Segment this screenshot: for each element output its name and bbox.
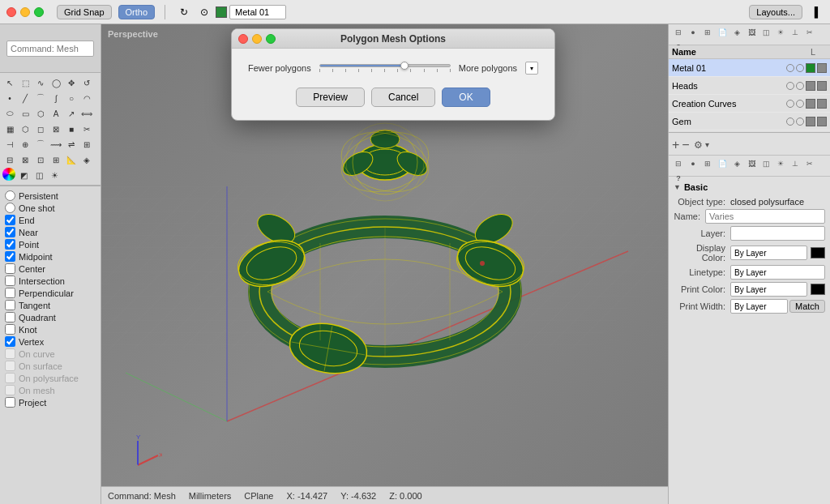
rotate-icon[interactable]: ↻ (175, 3, 193, 21)
close-traffic-light[interactable] (6, 7, 16, 17)
layer-material-box[interactable] (817, 63, 827, 73)
layer-row[interactable]: Gem (669, 113, 830, 130)
snap-perpendicular-check[interactable] (5, 288, 15, 298)
env-icon[interactable]: ◫ (759, 26, 772, 39)
solid-tool[interactable]: ■ (64, 122, 79, 136)
ellipse-tool[interactable]: ⬭ (2, 106, 17, 121)
point-tool[interactable]: • (2, 91, 17, 105)
array-tool[interactable]: ⊞ (79, 137, 94, 152)
notes-icon-2[interactable]: 📄 (716, 157, 729, 170)
chevron-down-icon[interactable]: ▾ (525, 62, 538, 75)
texture-icon[interactable]: 🖼 (745, 26, 758, 39)
snap-oneshot-radio[interactable] (5, 203, 15, 213)
print-color-select[interactable]: By Layer (730, 282, 807, 297)
grid-snap-button[interactable]: Grid Snap (57, 5, 112, 19)
mesh-tool[interactable]: ⊠ (49, 122, 63, 136)
offset-tool[interactable]: ⟿ (49, 137, 63, 152)
print-width-select[interactable]: By Layer (730, 299, 788, 314)
snap-project-check[interactable] (5, 397, 15, 408)
snap-midpoint-check[interactable] (5, 251, 15, 262)
mirror-tool[interactable]: ⇌ (64, 137, 79, 152)
snap-tangent-check[interactable] (5, 300, 15, 310)
sun-icon-2[interactable]: ☀ (774, 157, 787, 170)
snap-vertex-check[interactable] (5, 336, 15, 347)
text-tool[interactable]: A (49, 106, 63, 121)
environment-tool[interactable]: ◫ (32, 168, 46, 182)
sun-icon[interactable]: ☀ (774, 26, 787, 39)
gear-icon[interactable]: ⚙ (694, 139, 703, 151)
linetype-select-wrap[interactable]: By Layer (730, 265, 825, 280)
add-layer-button[interactable]: + (672, 138, 679, 152)
snap-quadrant-check[interactable] (5, 312, 15, 322)
layer-color-box[interactable] (806, 117, 815, 126)
line-tool[interactable]: ╱ (18, 91, 32, 105)
target-icon[interactable]: ⊙ (195, 3, 213, 21)
modal-close-light[interactable] (238, 34, 248, 44)
env-icon-2[interactable]: ◫ (759, 157, 772, 170)
clip-icon[interactable]: ✂ (803, 26, 816, 39)
print-color-select-wrap[interactable]: By Layer (730, 282, 825, 297)
layer-material-box[interactable] (817, 81, 827, 91)
layer-color-box[interactable] (806, 63, 815, 73)
match-button[interactable]: Match (789, 300, 825, 313)
layer-visibility-icon[interactable] (786, 64, 794, 72)
properties-icon[interactable]: ● (687, 26, 700, 39)
snap-knot-check[interactable] (5, 324, 15, 335)
render-props-icon[interactable]: ◈ (730, 26, 743, 39)
block-icon[interactable]: ⊞ (701, 26, 714, 39)
snap-persistent-radio[interactable] (5, 190, 15, 201)
layer-visibility-icon[interactable] (786, 82, 794, 90)
paint-select-tool[interactable]: ◯ (49, 75, 63, 90)
slider-track[interactable] (319, 64, 451, 67)
layer-select[interactable] (730, 226, 825, 241)
texture-icon-2[interactable]: 🖼 (745, 157, 758, 170)
layers-icon-2[interactable]: ⊟ (672, 157, 685, 170)
remove-layer-button[interactable]: − (682, 138, 689, 152)
light-tool[interactable]: ☀ (47, 168, 62, 182)
print-color-swatch[interactable] (811, 284, 825, 295)
material-tool[interactable]: ◩ (16, 168, 31, 182)
cancel-button[interactable]: Cancel (371, 88, 435, 107)
layer-color-box[interactable] (806, 81, 815, 91)
layer-lock-icon[interactable] (796, 82, 804, 90)
preview-button[interactable]: Preview (296, 88, 365, 107)
render-tool[interactable]: ◈ (79, 152, 94, 167)
snap-near-check[interactable] (5, 227, 15, 237)
layer-visibility-icon[interactable] (786, 117, 794, 126)
render-props-icon-2[interactable]: ◈ (730, 157, 743, 170)
ortho-button[interactable]: Ortho (118, 5, 156, 19)
print-width-select-wrap[interactable]: By Layer Match (730, 299, 825, 314)
snap-intersection-check[interactable] (5, 275, 15, 286)
ground-icon[interactable]: ⊥ (789, 26, 802, 39)
dim-tool[interactable]: ⟺ (79, 106, 94, 121)
layer-row[interactable]: Creation Curves (669, 95, 830, 113)
group-tool[interactable]: ⊠ (18, 152, 32, 167)
properties-icon-2[interactable]: ● (687, 157, 700, 170)
layer-lock-icon[interactable] (796, 100, 804, 108)
select-tool[interactable]: ↖ (2, 75, 17, 90)
sidebar-toggle-right[interactable]: ▐ (806, 3, 824, 21)
lasso-tool[interactable]: ∿ (33, 75, 48, 90)
command-input[interactable] (6, 41, 94, 57)
layer-color-box[interactable] (806, 99, 815, 109)
window-select-tool[interactable]: ⬚ (18, 75, 32, 90)
layer-material-box[interactable] (817, 99, 827, 109)
layer-tool[interactable]: ⊟ (2, 152, 17, 167)
block-tool[interactable]: ⊡ (33, 152, 48, 167)
viewport-area[interactable]: Perspective (101, 24, 668, 504)
arc-tool[interactable]: ◠ (79, 91, 94, 105)
modal-dialog[interactable]: Polygon Mesh Options Fewer polygons (231, 28, 555, 121)
boolean-tool[interactable]: ⊕ (18, 137, 32, 152)
snap-center-check[interactable] (5, 263, 15, 274)
modal-min-light[interactable] (252, 34, 262, 44)
ground-icon-2[interactable]: ⊥ (789, 157, 802, 170)
layouts-button[interactable]: Layouts... (749, 5, 802, 19)
snap-end-check[interactable] (5, 215, 15, 225)
modal-max-light[interactable] (266, 34, 276, 44)
display-color-select-wrap[interactable]: By Layer (730, 246, 825, 260)
layer-row[interactable]: Heads (669, 77, 830, 95)
rotate-tool[interactable]: ↺ (79, 75, 94, 90)
polyline-tool[interactable]: ⌒ (33, 91, 48, 105)
minimize-traffic-light[interactable] (20, 7, 30, 17)
split-tool[interactable]: ⊣ (2, 137, 17, 152)
